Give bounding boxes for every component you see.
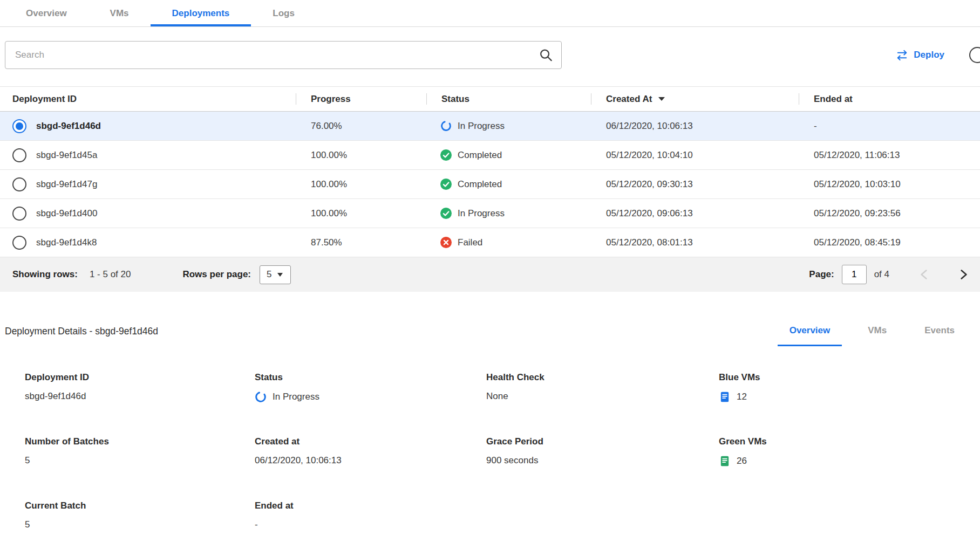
detail-field: Green VMs 26 [719, 436, 980, 467]
header-status[interactable]: Status [426, 87, 591, 111]
cell-created-at: 05/12/2020, 09:30:13 [591, 179, 799, 190]
cell-created-at: 05/12/2020, 10:04:10 [591, 150, 799, 161]
details-tab-vms[interactable]: VMs [856, 325, 899, 346]
cell-created-at: 05/12/2020, 09:06:13 [591, 208, 799, 219]
tab-vms[interactable]: VMs [89, 0, 151, 26]
detail-value: 06/12/2020, 10:06:13 [255, 455, 342, 466]
deployment-id-text: sbgd-9ef1d400 [36, 208, 97, 219]
header-label: Status [441, 94, 469, 105]
status-label: Completed [458, 179, 502, 190]
page-label: Page: [809, 269, 834, 280]
header-label: Deployment ID [12, 94, 77, 105]
detail-value: 26 [737, 456, 747, 467]
header-ended-at[interactable]: Ended at [799, 87, 980, 111]
detail-value: 5 [25, 455, 30, 466]
details-tab-overview[interactable]: Overview [778, 325, 842, 346]
detail-value-row: None [486, 391, 719, 402]
detail-label: Health Check [486, 372, 719, 383]
row-radio[interactable] [12, 177, 26, 191]
row-radio[interactable] [12, 119, 26, 133]
refresh-icon[interactable] [969, 47, 980, 63]
row-radio[interactable] [12, 236, 26, 250]
cell-ended-at: - [799, 121, 980, 132]
detail-label: Status [255, 372, 486, 383]
header-progress[interactable]: Progress [296, 87, 426, 111]
cell-ended-at: 05/12/2020, 08:45:19 [799, 237, 980, 248]
cell-progress: 100.00% [296, 150, 426, 161]
detail-field: Created at 06/12/2020, 10:06:13 [255, 436, 486, 467]
deploy-button[interactable]: Deploy [896, 49, 944, 61]
detail-value-row: - [255, 519, 486, 530]
cell-progress: 100.00% [296, 208, 426, 219]
detail-label: Deployment ID [25, 372, 255, 383]
details-header: Deployment Details - sbgd-9ef1d46d Overv… [0, 325, 980, 346]
detail-field: Status In Progress [255, 372, 486, 403]
deploy-label: Deploy [914, 50, 944, 60]
cell-deployment-id: sbgd-9ef1d4k8 [0, 236, 296, 250]
detail-label: Grace Period [486, 436, 719, 447]
detail-value-row: 900 seconds [486, 455, 719, 466]
details-tab-bar: Overview VMs Events [764, 325, 980, 346]
table-row[interactable]: sbgd-9ef1d46d 76.00% In Progress 06/12/2… [0, 112, 980, 141]
table-row[interactable]: sbgd-9ef1d45a 100.00% Completed 05/12/20… [0, 141, 980, 170]
table-row[interactable]: sbgd-9ef1d47g 100.00% Completed 05/12/20… [0, 170, 980, 199]
tab-deployments[interactable]: Deployments [151, 0, 251, 26]
rows-per-page-label: Rows per page: [182, 269, 251, 280]
cell-created-at: 05/12/2020, 08:01:13 [591, 237, 799, 248]
detail-field: Current Batch 5 [25, 500, 255, 530]
rows-per-page-select[interactable]: 5 [260, 265, 291, 284]
header-label: Progress [311, 94, 351, 105]
cell-status: In Progress [426, 208, 591, 219]
detail-field: Number of Batches 5 [25, 436, 255, 467]
vm-icon [719, 391, 731, 403]
cell-status: Completed [426, 149, 591, 161]
detail-field: Health Check None [486, 372, 719, 403]
next-page-icon[interactable] [956, 268, 970, 282]
status-label: In Progress [458, 121, 505, 132]
row-radio[interactable] [12, 148, 26, 162]
header-created-at[interactable]: Created At [591, 87, 799, 111]
cell-deployment-id: sbgd-9ef1d47g [0, 177, 296, 191]
cell-status: In Progress [426, 120, 591, 132]
detail-value: In Progress [273, 392, 319, 402]
detail-field: Blue VMs 12 [719, 372, 980, 403]
detail-value-row: sbgd-9ef1d46d [25, 391, 255, 402]
detail-label: Blue VMs [719, 372, 980, 383]
detail-value: - [255, 519, 258, 530]
tab-logs[interactable]: Logs [251, 0, 316, 26]
vm-icon [719, 455, 731, 467]
detail-label: Ended at [255, 500, 486, 511]
detail-label: Current Batch [25, 500, 255, 511]
pager: Page: of 4 [809, 265, 970, 284]
detail-value-row: 5 [25, 455, 255, 466]
page-total-label: of 4 [874, 269, 889, 280]
status-label: Completed [458, 150, 502, 161]
search-input[interactable] [5, 41, 562, 69]
table-body: sbgd-9ef1d46d 76.00% In Progress 06/12/2… [0, 112, 980, 257]
table-row[interactable]: sbgd-9ef1d400 100.00% In Progress 05/12/… [0, 199, 980, 228]
error-circle-icon [440, 237, 452, 248]
detail-label: Created at [255, 436, 486, 447]
page-number-input[interactable] [842, 265, 867, 284]
details-tab-events[interactable]: Events [913, 325, 967, 346]
deployment-id-text: sbgd-9ef1d46d [36, 121, 101, 132]
search-box [5, 41, 562, 69]
showing-rows-label: Showing rows: [12, 269, 78, 280]
detail-value-row: 12 [719, 391, 980, 403]
deployments-table: Deployment ID Progress Status Created At… [0, 86, 980, 292]
detail-field: Grace Period 900 seconds [486, 436, 719, 467]
table-header: Deployment ID Progress Status Created At… [0, 87, 980, 112]
chevron-down-icon [277, 273, 283, 277]
detail-value-row: In Progress [255, 391, 486, 403]
swap-arrows-icon [896, 49, 908, 61]
previous-page-icon[interactable] [917, 268, 931, 282]
header-deployment-id[interactable]: Deployment ID [0, 87, 296, 111]
search-icon[interactable] [539, 48, 553, 63]
rows-per-page-value: 5 [267, 269, 271, 280]
table-row[interactable]: sbgd-9ef1d4k8 87.50% Failed 05/12/2020, … [0, 228, 980, 257]
cell-ended-at: 05/12/2020, 10:03:10 [799, 179, 980, 190]
tab-overview[interactable]: Overview [4, 0, 89, 26]
row-radio[interactable] [12, 207, 26, 221]
detail-value: sbgd-9ef1d46d [25, 391, 86, 402]
toolbar: Deploy [0, 41, 980, 69]
